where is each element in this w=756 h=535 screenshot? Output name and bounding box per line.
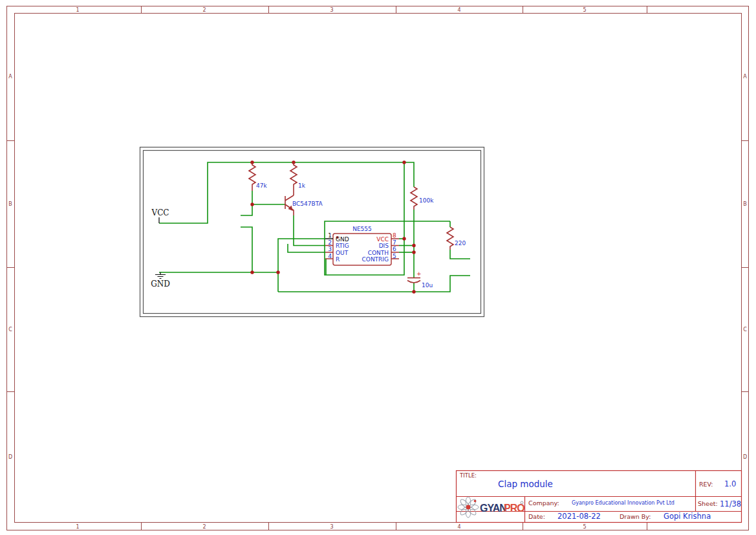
vcc-label: VCC	[151, 208, 169, 217]
vcc-flag[interactable]: VCC	[151, 208, 169, 223]
wires[interactable]	[159, 162, 470, 292]
junction-dot	[402, 160, 405, 164]
pin-number-4: 4	[328, 253, 332, 259]
wire-emitter-to-pin2[interactable]	[294, 215, 325, 246]
title-block: TITLE: Clap module REV: 1.0 GYAN PRO Co	[457, 471, 742, 523]
transistor-collector	[285, 195, 294, 201]
pin-number-3: 3	[328, 246, 332, 252]
wire-vcc-rail[interactable]	[159, 162, 414, 223]
resistor-value: 220	[455, 240, 466, 246]
junction-dot	[250, 270, 254, 274]
pin-number-2: 2	[328, 239, 332, 246]
frame-col-label-bottom: 1	[76, 524, 79, 530]
logo-flower-icon	[458, 497, 479, 518]
module-border-inner	[144, 151, 481, 314]
capacitor-polarity: +	[416, 270, 422, 277]
resistor-body	[249, 162, 255, 191]
junction-dot	[276, 270, 279, 274]
capacitor-c1[interactable]: + 10u	[407, 270, 433, 289]
junction-dots	[250, 160, 415, 293]
pin-number-7: 7	[393, 239, 396, 246]
gnd-flag[interactable]: GND	[151, 272, 170, 289]
resistor-body	[447, 227, 453, 250]
drawn-by-label: Drawn By:	[620, 513, 651, 520]
frame-row-ticks	[7, 141, 749, 392]
wire-mic-plate-bottom[interactable]	[241, 227, 252, 272]
frame-col-label-top: 5	[583, 7, 586, 13]
frame-row-label-right: C	[743, 327, 747, 333]
date-label: Date:	[528, 513, 545, 520]
resistor-body	[411, 187, 417, 210]
company-label: Company:	[528, 499, 559, 507]
frame-row-label-left: D	[8, 454, 12, 460]
gnd-symbol-bars	[155, 275, 166, 279]
sheet-label: Sheet:	[698, 500, 718, 507]
schematic-canvas[interactable]: 1 2 3 4 5 1 2 3 4 5 A B C D A B C D	[0, 0, 756, 535]
frame-col-label-top: 2	[202, 7, 206, 13]
transistor-value: BC547BTA	[292, 201, 323, 207]
rev-label: REV:	[699, 481, 713, 488]
capacitor-value: 10u	[422, 282, 433, 289]
resistor-r3-100k[interactable]: 100k	[411, 187, 434, 210]
frame-row-label-left: A	[8, 74, 12, 80]
pin-name-conth: CONTH	[368, 250, 389, 256]
frame-col-label-bottom: 5	[583, 524, 586, 530]
date-value[interactable]: 2021-08-22	[557, 512, 601, 521]
pin-name-out: OUT	[336, 250, 349, 256]
frame-row-label-left: C	[8, 327, 12, 333]
resistor-value: 100k	[419, 197, 434, 204]
resistor-r2-1k[interactable]: 1k	[290, 162, 306, 195]
logo-text-primary: GYAN	[480, 503, 506, 514]
frame-col-label-top: 3	[330, 7, 333, 13]
sheet-value[interactable]: 11/38	[720, 499, 741, 508]
junction-dot	[250, 202, 254, 206]
frame-col-label-top: 1	[76, 7, 79, 13]
logo-text-secondary: PRO	[504, 503, 524, 514]
pin-number-8: 8	[393, 232, 396, 239]
frame-row-label-right: A	[743, 74, 747, 80]
title-label: TITLE:	[459, 472, 477, 479]
pin-number-1: 1	[328, 232, 332, 239]
ic-u1-ne555[interactable]: NE555 1 2 3 4 8 7 6 5 GND RTIG OUT R VCC…	[325, 226, 399, 265]
resistor-r1-47k[interactable]: 47k	[249, 162, 267, 191]
resistor-value: 47k	[256, 182, 267, 189]
junction-dot	[412, 244, 415, 247]
wire-mic-plate-top[interactable]	[241, 204, 252, 215]
frame-row-label-right: B	[743, 201, 747, 207]
resistor-value: 1k	[298, 182, 306, 189]
pin-name-dis: DIS	[379, 243, 389, 249]
junction-dot	[402, 237, 405, 240]
ic-name: NE555	[352, 226, 372, 232]
pin-name-vcc: VCC	[376, 236, 389, 243]
wire-pin1-gnd[interactable]	[278, 239, 325, 292]
frame-col-label-bottom: 4	[457, 524, 460, 530]
gnd-label: GND	[151, 279, 170, 289]
frame-col-label-bottom: 2	[202, 524, 206, 530]
junction-dot	[412, 290, 415, 293]
frame-inner-border	[15, 14, 742, 523]
frame-col-label-bottom: 3	[330, 524, 333, 530]
pin-name-gnd: GND	[336, 236, 349, 243]
frame-row-label-left: B	[8, 201, 12, 207]
wire-r220-bottom[interactable]	[450, 250, 470, 259]
company-value[interactable]: Gyanpro Educational Innovation Pvt Ltd	[572, 500, 675, 506]
wire-bottom-rail[interactable]	[278, 276, 470, 292]
frame-col-label-top: 4	[457, 7, 460, 13]
drawn-by-value[interactable]: Gopi Krishna	[664, 512, 711, 521]
sheet-frame: 1 2 3 4 5 1 2 3 4 5 A B C D A B C D	[7, 6, 749, 530]
capacitor-plate-bottom	[407, 281, 420, 283]
junction-dot	[412, 250, 415, 254]
pin-number-6: 6	[393, 246, 396, 252]
pin-name-r: R	[336, 256, 340, 263]
transistor-q1[interactable]: BC547BTA	[285, 195, 323, 215]
pin-name-contrig: CONTRIG	[362, 256, 389, 263]
frame-outer-border	[7, 6, 749, 530]
pin-number-5: 5	[393, 253, 396, 259]
company-logo: GYAN PRO	[458, 497, 524, 518]
pin-name-rtig: RTIG	[336, 243, 349, 249]
resistor-body	[290, 162, 297, 195]
title-value[interactable]: Clap module	[498, 479, 553, 489]
resistor-r4-220[interactable]: 220	[447, 227, 466, 250]
frame-column-ticks	[142, 6, 647, 530]
rev-value[interactable]: 1.0	[724, 479, 736, 488]
